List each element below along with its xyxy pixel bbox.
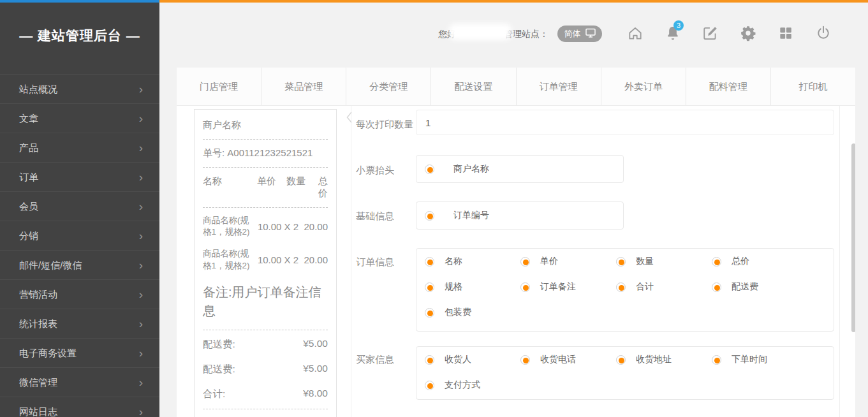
sidebar-item[interactable]: 网站日志 › <box>0 397 159 417</box>
sidebar-item-label: 营销活动 <box>19 280 57 309</box>
radio-option[interactable]: 总价 <box>712 249 807 274</box>
radio-selected-icon[interactable] <box>425 257 434 267</box>
radio-option[interactable]: 规格 <box>425 274 520 300</box>
radio-option-label: 总价 <box>732 256 749 267</box>
sidebar-item-label: 网站日志 <box>19 397 57 417</box>
sidebar-item[interactable]: 站点概况 › <box>0 74 159 103</box>
chevron-right-icon: › <box>139 309 143 338</box>
radio-option-label: 订单编号 <box>453 210 489 221</box>
chevron-right-icon: › <box>139 280 143 309</box>
monitor-icon <box>585 28 596 40</box>
radio-option[interactable]: 收货电话 <box>520 347 616 372</box>
power-icon[interactable] <box>815 25 832 41</box>
radio-selected-icon[interactable] <box>425 355 434 365</box>
radio-selected-icon[interactable] <box>616 355 626 365</box>
tab[interactable]: 配料管理 <box>686 68 770 105</box>
receipt-header-options: 商户名称 <box>416 155 624 183</box>
tab[interactable]: 分类管理 <box>346 68 430 105</box>
print-count-input[interactable] <box>416 110 834 135</box>
receipt-order-no: 单号: A001121232521521 <box>203 142 328 165</box>
radio-selected-icon[interactable] <box>712 257 721 267</box>
radio-selected-icon[interactable] <box>520 282 530 292</box>
radio-option[interactable]: 名称 <box>425 249 520 274</box>
receipt-item: 商品名称(规格1，规格2) 10.00 X 2 20.00 <box>203 210 328 243</box>
main-top-accent <box>159 0 868 3</box>
sidebar-item[interactable]: 电子商务设置 › <box>0 338 159 367</box>
sidebar-item-label: 站点概况 <box>19 75 57 103</box>
language-label: 简体 <box>564 28 581 40</box>
radio-selected-icon[interactable] <box>712 282 721 292</box>
receipt-fee-row: 配送费: ¥5.00 <box>203 332 328 357</box>
sidebar-item[interactable]: 营销活动 › <box>0 279 159 309</box>
radio-option[interactable]: 收货地址 <box>616 347 712 372</box>
radio-option-label: 包装费 <box>445 307 471 318</box>
radio-option[interactable]: 订单备注 <box>520 274 616 300</box>
sidebar-item[interactable]: 统计报表 › <box>0 309 159 338</box>
sidebar-item[interactable]: 微信管理 › <box>0 367 159 397</box>
radio-selected-icon[interactable] <box>520 355 530 365</box>
gear-icon[interactable] <box>740 25 756 41</box>
module-tabs: 门店管理菜品管理分类管理配送设置订单管理外卖订单配料管理打印机 <box>177 68 855 106</box>
radio-option-label: 名称 <box>445 256 462 267</box>
radio-option[interactable]: 商户名称 <box>425 156 489 182</box>
sidebar-menu: 站点概况 › 文章 › 产品 › 订单 › 会员 › 分销 › 邮件/短信/微信… <box>0 74 159 417</box>
radio-selected-icon[interactable] <box>425 282 434 292</box>
radio-selected-icon[interactable] <box>712 355 721 365</box>
compose-icon[interactable] <box>702 25 719 41</box>
tab[interactable]: 菜品管理 <box>261 68 346 105</box>
radio-selected-icon[interactable] <box>616 282 626 292</box>
chevron-right-icon: › <box>139 251 143 279</box>
chevron-right-icon: › <box>139 368 143 397</box>
buyer-info-options: 收货人 收货电话 收货地址 下单时间 支付方式 <box>416 346 834 400</box>
radio-option[interactable]: 支付方式 <box>425 372 520 398</box>
radio-option[interactable]: 数量 <box>616 249 712 274</box>
col-qty: 数量 <box>282 175 310 200</box>
radio-selected-icon[interactable] <box>425 165 434 174</box>
tab[interactable]: 门店管理 <box>177 68 261 105</box>
dashed-divider <box>203 330 328 330</box>
col-total: 总价 <box>310 175 328 200</box>
sidebar-item[interactable]: 会员 › <box>0 191 159 221</box>
sidebar-item-label: 分销 <box>19 221 38 250</box>
vertical-scrollbar[interactable] <box>851 143 855 332</box>
app-title: — 建站管理后台 — <box>0 27 159 45</box>
sidebar: — 建站管理后台 — 站点概况 › 文章 › 产品 › 订单 › 会员 › 分销… <box>0 3 159 417</box>
tab[interactable]: 配送设置 <box>430 68 515 105</box>
tab[interactable]: 订单管理 <box>516 68 601 105</box>
radio-option[interactable]: 下单时间 <box>712 347 807 372</box>
apps-grid-icon[interactable] <box>777 25 794 41</box>
radio-option[interactable]: 包装费 <box>425 300 520 325</box>
scroll-gutter-divider <box>839 106 840 417</box>
radio-selected-icon[interactable] <box>425 211 434 221</box>
radio-selected-icon[interactable] <box>616 257 626 267</box>
radio-option-label: 数量 <box>636 256 654 267</box>
radio-option[interactable]: 收货人 <box>425 347 520 372</box>
sidebar-item-label: 订单 <box>19 163 38 191</box>
group-label-basic: 基础信息 <box>356 210 394 223</box>
radio-option[interactable]: 配送费 <box>712 274 807 300</box>
group-label-buyer: 买家信息 <box>356 354 394 366</box>
radio-selected-icon[interactable] <box>425 381 434 390</box>
radio-option[interactable]: 订单编号 <box>425 203 489 228</box>
sidebar-item-label: 电子商务设置 <box>19 339 77 367</box>
panel-divider <box>351 106 351 417</box>
collapse-panel-icon[interactable] <box>346 112 352 126</box>
radio-option[interactable]: 单价 <box>520 249 616 274</box>
chevron-right-icon: › <box>139 221 143 250</box>
tab[interactable]: 外卖订单 <box>601 68 686 105</box>
sidebar-item[interactable]: 产品 › <box>0 133 159 162</box>
sidebar-item[interactable]: 邮件/短信/微信 › <box>0 250 159 279</box>
language-button[interactable]: 简体 <box>557 26 602 42</box>
sidebar-item[interactable]: 分销 › <box>0 221 159 250</box>
col-unit-price: 单价 <box>251 175 282 200</box>
sidebar-item[interactable]: 订单 › <box>0 162 159 191</box>
notification-badge: 3 <box>673 20 684 31</box>
dashed-divider <box>203 167 328 168</box>
home-icon[interactable] <box>627 25 644 41</box>
sidebar-item[interactable]: 文章 › <box>0 103 159 133</box>
tab[interactable]: 打印机 <box>770 68 855 105</box>
radio-option[interactable]: 合计 <box>616 274 712 300</box>
radio-selected-icon[interactable] <box>425 308 434 318</box>
radio-selected-icon[interactable] <box>520 257 530 267</box>
sidebar-top-accent <box>0 0 159 3</box>
